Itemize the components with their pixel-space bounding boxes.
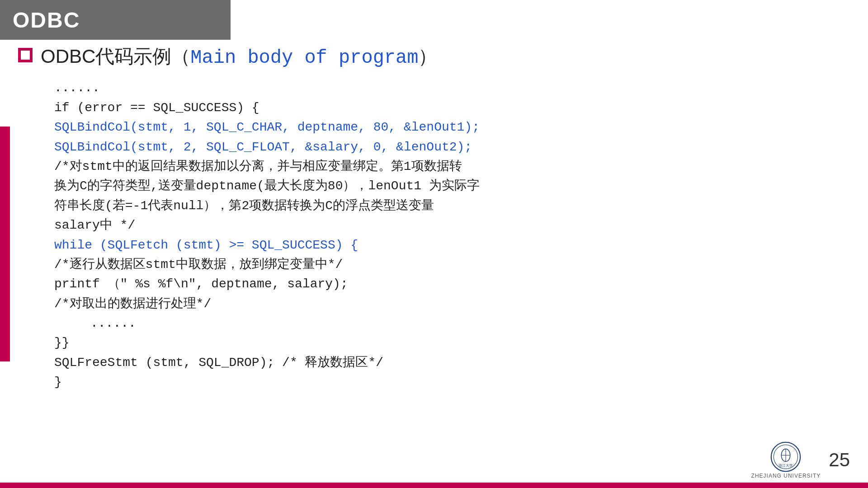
section-title-highlight: Main body of program [190,47,418,69]
page-number: 25 [829,449,850,471]
section-title-close: ） [418,46,437,67]
code-line-7: SQLFreeStmt (stmt, SQL_DROP); /* 释放数据区*/ [54,353,850,372]
code-line-8: } [54,372,850,392]
zju-logo-subtext: ZHEJIANG UNIVERSITY [751,473,821,479]
code-line-6: }} [54,333,850,352]
code-line-1: if (error == SQL_SUCCESS) { [54,98,850,117]
main-content: ODBC代码示例（Main body of program） ...... if… [18,45,850,479]
code-line-dots1: ...... [54,78,850,98]
code-comment-1: /*对stmt中的返回结果数据加以分离，并与相应变量绑定。第1项数据转 [54,157,850,176]
zju-logo-icon: 浙江大学 [770,441,802,473]
code-line-2: SQLBindCol(stmt, 1, SQL_C_CHAR, deptname… [54,117,850,137]
bottom-accent-bar [0,483,868,488]
section-heading: ODBC代码示例（Main body of program） [18,45,850,69]
section-title: ODBC代码示例（Main body of program） [41,45,437,69]
svg-text:浙江大学: 浙江大学 [778,464,793,468]
left-accent-bar [0,127,10,361]
section-icon [18,48,33,62]
code-comment-4: salary中 */ [54,216,850,235]
code-line-5: printf （" %s %f\n", deptname, salary); [54,274,850,294]
code-comment-6: /*对取出的数据进行处理*/ [54,294,850,314]
code-comment-5: /*逐行从数据区stmt中取数据，放到绑定变量中*/ [54,255,850,274]
code-line-3: SQLBindCol(stmt, 2, SQL_C_FLOAT, &salary… [54,137,850,157]
zju-logo: 浙江大学 ZHEJIANG UNIVERSITY [751,441,821,479]
code-line-4: while (SQLFetch (stmt) >= SQL_SUCCESS) { [54,235,850,255]
code-line-dots2: ...... [54,314,850,333]
code-comment-2: 换为C的字符类型,送变量deptname(最大长度为80），lenOut1 为实… [54,176,850,196]
code-comment-3: 符串长度(若=-1代表null），第2项数据转换为C的浮点类型送变量 [54,196,850,216]
header-title: ODBC [13,8,80,33]
code-block: ...... if (error == SQL_SUCCESS) { SQLBi… [54,78,850,392]
section-title-text: ODBC代码示例（ [41,46,190,67]
header-bar: ODBC [0,0,231,40]
footer: 浙江大学 ZHEJIANG UNIVERSITY 25 [751,441,850,479]
